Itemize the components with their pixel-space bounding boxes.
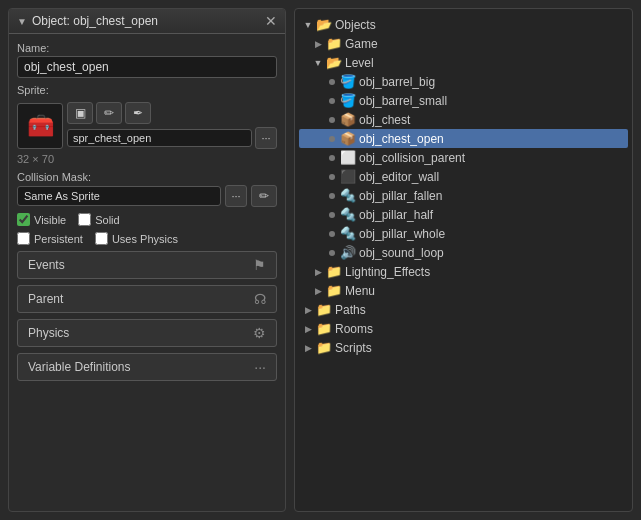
obj-icon-obj_pillar_whole: 🔩 (340, 226, 356, 241)
checkboxes-row2: Persistent Uses Physics (17, 232, 277, 245)
sprite-edit-button[interactable]: ✏ (96, 102, 122, 124)
solid-checkbox-item[interactable]: Solid (78, 213, 119, 226)
collision-input[interactable] (17, 186, 221, 206)
folder-icon-objects-root: 📂 (316, 17, 332, 32)
collision-section: Collision Mask: ··· ✏ (17, 171, 277, 207)
tree-item-obj_collision_parent[interactable]: ⬜obj_collision_parent (299, 148, 628, 167)
tree-bullet-obj_barrel_small (329, 98, 335, 104)
tree-item-objects-root[interactable]: ▼📂Objects (299, 15, 628, 34)
tree-label-rooms: Rooms (335, 322, 373, 336)
folder-icon-level: 📂 (326, 55, 342, 70)
tree-bullet-obj_pillar_fallen (329, 193, 335, 199)
sprite-size: 32 × 70 (17, 153, 277, 165)
collision-edit-button[interactable]: ✏ (251, 185, 277, 207)
tree-bullet-obj_chest (329, 117, 335, 123)
name-section: Name: (17, 42, 277, 78)
persistent-label: Persistent (34, 233, 83, 245)
panel-arrow-icon: ▼ (17, 16, 27, 27)
sprite-new-button[interactable]: ▣ (67, 102, 93, 124)
tree-item-paths[interactable]: ▶📁Paths (299, 300, 628, 319)
obj-icon-obj_barrel_small: 🪣 (340, 93, 356, 108)
tree-label-obj_pillar_fallen: obj_pillar_fallen (359, 189, 442, 203)
tree-item-obj_pillar_half[interactable]: 🔩obj_pillar_half (299, 205, 628, 224)
tree-item-lighting_effects[interactable]: ▶📁Lighting_Effects (299, 262, 628, 281)
sprite-more-button[interactable]: ··· (255, 127, 277, 149)
tree-label-obj_editor_wall: obj_editor_wall (359, 170, 439, 184)
persistent-checkbox-item[interactable]: Persistent (17, 232, 83, 245)
uses-physics-checkbox-item[interactable]: Uses Physics (95, 232, 178, 245)
physics-icon: ⚙ (253, 325, 266, 341)
tree-arrow-rooms: ▶ (303, 324, 313, 334)
variable-definitions-button[interactable]: Variable Definitions ··· (17, 353, 277, 381)
tree-label-obj_sound_loop: obj_sound_loop (359, 246, 444, 260)
collision-edit-icon: ✏ (259, 189, 269, 203)
collision-label: Collision Mask: (17, 171, 277, 183)
tree-item-obj_sound_loop[interactable]: 🔊obj_sound_loop (299, 243, 628, 262)
tree-label-obj_chest: obj_chest (359, 113, 410, 127)
variable-definitions-icon: ··· (254, 359, 266, 375)
name-input[interactable] (17, 56, 277, 78)
name-label: Name: (17, 42, 277, 54)
physics-label: Physics (28, 326, 69, 340)
sprite-name-input[interactable] (67, 129, 252, 147)
asset-tree[interactable]: ▼📂Objects▶📁Game▼📂Level🪣obj_barrel_big🪣ob… (295, 9, 632, 511)
obj-icon-obj_sound_loop: 🔊 (340, 245, 356, 260)
tree-item-obj_editor_wall[interactable]: ⬛obj_editor_wall (299, 167, 628, 186)
tree-item-scripts[interactable]: ▶📁Scripts (299, 338, 628, 357)
tree-label-game: Game (345, 37, 378, 51)
tree-item-obj_pillar_fallen[interactable]: 🔩obj_pillar_fallen (299, 186, 628, 205)
checkboxes-row1: Visible Solid (17, 213, 277, 226)
panel-body: Name: Sprite: 🧰 ▣ ✏ (9, 34, 285, 511)
close-button[interactable]: ✕ (265, 14, 277, 28)
visible-checkbox-item[interactable]: Visible (17, 213, 66, 226)
sprite-preview: 🧰 (17, 103, 63, 149)
tree-item-menu[interactable]: ▶📁Menu (299, 281, 628, 300)
tree-label-paths: Paths (335, 303, 366, 317)
tree-bullet-obj_pillar_whole (329, 231, 335, 237)
events-icon: ⚑ (253, 257, 266, 273)
events-button[interactable]: Events ⚑ (17, 251, 277, 279)
tree-item-level[interactable]: ▼📂Level (299, 53, 628, 72)
obj-icon-obj_collision_parent: ⬜ (340, 150, 356, 165)
obj-icon-obj_chest: 📦 (340, 112, 356, 127)
tree-item-obj_chest[interactable]: 📦obj_chest (299, 110, 628, 129)
visible-checkbox[interactable] (17, 213, 30, 226)
parent-label: Parent (28, 292, 63, 306)
tree-item-obj_barrel_small[interactable]: 🪣obj_barrel_small (299, 91, 628, 110)
tree-label-obj_chest_open: obj_chest_open (359, 132, 444, 146)
object-properties-panel: ▼ Object: obj_chest_open ✕ Name: Sprite:… (8, 8, 286, 512)
folder-icon-lighting_effects: 📁 (326, 264, 342, 279)
tree-bullet-obj_collision_parent (329, 155, 335, 161)
edit-sprite-icon: ✏ (104, 106, 114, 120)
tree-item-obj_pillar_whole[interactable]: 🔩obj_pillar_whole (299, 224, 628, 243)
obj-icon-obj_pillar_half: 🔩 (340, 207, 356, 222)
uses-physics-checkbox[interactable] (95, 232, 108, 245)
obj-icon-obj_barrel_big: 🪣 (340, 74, 356, 89)
tree-arrow-game: ▶ (313, 39, 323, 49)
tree-item-obj_chest_open[interactable]: 📦obj_chest_open (299, 129, 628, 148)
tree-item-obj_barrel_big[interactable]: 🪣obj_barrel_big (299, 72, 628, 91)
events-label: Events (28, 258, 65, 272)
obj-icon-obj_pillar_fallen: 🔩 (340, 188, 356, 203)
tree-arrow-scripts: ▶ (303, 343, 313, 353)
tree-bullet-obj_chest_open (329, 136, 335, 142)
new-sprite-icon: ▣ (75, 106, 86, 120)
collision-more-button[interactable]: ··· (225, 185, 247, 207)
solid-checkbox[interactable] (78, 213, 91, 226)
variable-definitions-label: Variable Definitions (28, 360, 131, 374)
visible-label: Visible (34, 214, 66, 226)
solid-label: Solid (95, 214, 119, 226)
tree-label-objects-root: Objects (335, 18, 376, 32)
persistent-checkbox[interactable] (17, 232, 30, 245)
tree-label-lighting_effects: Lighting_Effects (345, 265, 430, 279)
sprite-section: Sprite: 🧰 ▣ ✏ ✒ (17, 84, 277, 165)
sprite-paint-button[interactable]: ✒ (125, 102, 151, 124)
tree-bullet-obj_pillar_half (329, 212, 335, 218)
tree-label-obj_collision_parent: obj_collision_parent (359, 151, 465, 165)
parent-button[interactable]: Parent ☊ (17, 285, 277, 313)
paint-icon: ✒ (133, 106, 143, 120)
tree-label-menu: Menu (345, 284, 375, 298)
tree-item-game[interactable]: ▶📁Game (299, 34, 628, 53)
physics-button[interactable]: Physics ⚙ (17, 319, 277, 347)
tree-item-rooms[interactable]: ▶📁Rooms (299, 319, 628, 338)
